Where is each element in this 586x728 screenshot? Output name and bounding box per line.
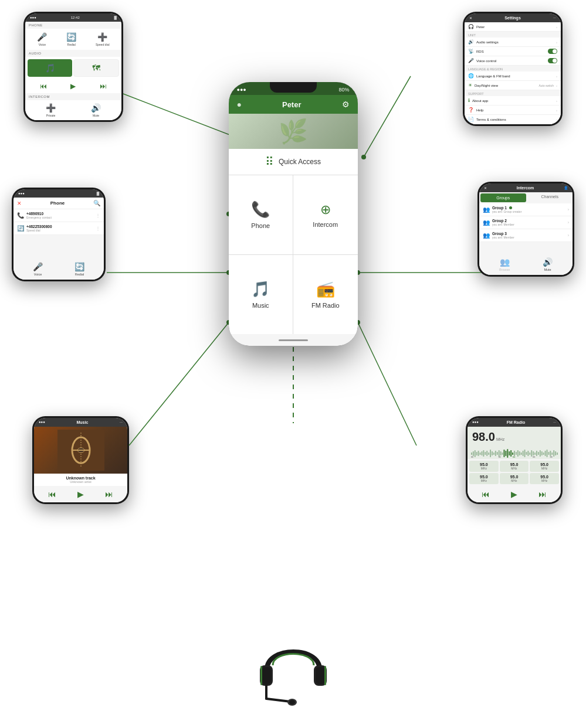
music-tile[interactable]: 🎵 Music [229,255,293,334]
preset-6[interactable]: 95.0 MHz [530,473,559,484]
settings-user-row[interactable]: 🎧 Peter › [465,22,561,32]
svg-line-1 [364,76,411,157]
fm-radio-icon: 📻 [316,280,335,298]
main-menu-grid: ⠿ Quick Access 📞 Phone ⊕ Intercom 🎵 Musi… [229,149,358,334]
preset-3[interactable]: 95.0 MHz [530,461,559,472]
ml-voice-btn[interactable]: 🎤 Voice [33,262,43,276]
tl-mute[interactable]: 🔊 Mute [91,103,101,117]
audio-icon: 🔊 [468,39,474,45]
fm-radio-label: FM Radio [311,302,340,309]
mute-label: Mute [93,114,99,117]
contact-number-1: +4690910 [26,212,93,216]
settings-voice[interactable]: 🎤 Voice control [465,56,561,66]
quick-access-tile[interactable]: ⠿ Quick Access [229,149,358,175]
group-icon-3: 👥 [483,232,490,239]
rds-toggle[interactable] [548,49,557,54]
daynight-icon: ☀ [468,83,472,88]
contact-row-2[interactable]: 🔄 +46225300800 Speed dial ⋮ [13,222,104,235]
bl-next-btn[interactable]: ⏭ [105,489,113,499]
intercom-tile[interactable]: ⊕ Intercom [293,175,358,254]
prev-icon[interactable]: ⏮ [40,82,47,90]
fm-radio-tile[interactable]: 📻 FM Radio [293,255,358,334]
bl-prev-btn[interactable]: ⏮ [48,489,56,499]
svg-line-5 [358,322,416,445]
tl-nav-active[interactable]: 🗺 [73,59,119,77]
tl-speed-dial[interactable]: ➕ Speed dial [96,32,110,46]
mr-mute-btn[interactable]: 🔊 Mute [543,257,553,271]
svg-rect-30 [492,451,493,455]
preset-1[interactable]: 95.0 MHz [469,461,499,472]
contact-menu-2[interactable]: ⋮ [96,226,100,231]
settings-gear-icon[interactable]: ⚙ [342,100,350,109]
group-role-1: you are: Group creator [492,210,565,213]
speed-dial-icon: ➕ [97,32,107,42]
svg-text:80: 80 [471,455,473,458]
group-role-3: you are: Member [492,236,565,239]
settings-language[interactable]: 🌐 Language & FM band › [465,72,561,81]
bl-play-btn[interactable]: ▶ [77,489,84,499]
svg-line-81 [266,699,290,702]
voice-icon: 🎤 [37,32,47,42]
svg-rect-68 [557,453,558,455]
svg-rect-51 [527,451,529,456]
svg-rect-78 [260,666,262,685]
about-chevron: › [556,99,557,103]
tl-time: 12:42 [71,16,80,19]
music-note-icon: 🎵 [45,63,55,73]
contact-menu-1[interactable]: ⋮ [96,213,100,218]
nav-icon: 🗺 [92,63,100,73]
voice-label: Voice [39,43,46,46]
settings-rds[interactable]: 📡 RDS [465,47,561,56]
preset-5[interactable]: 95.0 MHz [500,473,529,484]
ml-search-btn[interactable]: 🔍 [93,200,100,206]
tl-phone-section: Phone [25,22,121,29]
tab-channels[interactable]: Channels [527,192,573,203]
ml-redial-btn[interactable]: 🔄 Redial [74,262,84,276]
next-icon[interactable]: ⏭ [100,82,107,90]
tl-audio-section: Audio [25,50,121,57]
group-row-2[interactable]: 👥 Group 2 you are: Member › [479,216,573,229]
tl-private[interactable]: ➕ Private [46,103,56,117]
settings-daynight[interactable]: ☀ Day/Night view Auto switch › [465,81,561,90]
music-icon: 🎵 [251,280,270,298]
br-next-btn[interactable]: ⏭ [538,489,547,499]
group-row-3[interactable]: 👥 Group 3 you are: Member › [479,229,573,242]
svg-rect-59 [541,451,543,455]
br-play-btn[interactable]: ▶ [511,489,517,499]
tl-music-active[interactable]: 🎵 [28,59,72,77]
header-username: Peter [282,100,302,109]
tab-groups[interactable]: Groups [480,193,526,202]
svg-rect-36 [502,453,503,455]
settings-help[interactable]: ❓ Help › [465,106,561,115]
track-artist: Unknown artist [36,480,125,484]
voice-toggle[interactable] [548,58,557,63]
group-row-1[interactable]: 👥 Group 1 you are: Group creator › [479,203,573,216]
svg-rect-27 [486,451,487,456]
preset-4[interactable]: 95.0 MHz [469,473,499,484]
settings-audio[interactable]: 🔊 Audio settings › [465,38,561,47]
redial-footer-label: Redial [75,273,84,276]
track-title: Unknown track [36,476,125,480]
tl-intercom-section: Intercom [25,93,121,100]
settings-list: 🎧 Peter › UNIT 🔊 Audio settings › 📡 RDS … [465,22,561,124]
phone-tile[interactable]: 📞 Phone [229,175,293,254]
tl-voice[interactable]: 🎤 Voice [37,32,47,46]
svg-rect-22 [478,451,479,456]
terms-chevron: › [556,118,557,121]
svg-rect-61 [545,451,546,456]
mr-browse-btn[interactable]: 👥 Browse [499,257,510,271]
ml-close-btn[interactable]: ✕ [17,200,22,206]
tl-redial[interactable]: 🔄 Redial [66,32,76,46]
phone-tr: ✕ Settings ··· 🎧 Peter › UNIT 🔊 Audio se… [463,12,563,126]
svg-rect-40 [509,451,510,455]
play-icon[interactable]: ▶ [70,82,76,90]
preset-2[interactable]: 95.0 MHz [500,461,529,472]
settings-about[interactable]: ℹ About app › [465,96,561,106]
private-icon: ➕ [46,103,56,113]
contact-row-1[interactable]: 📞 +4690910 Emergency contact ⋮ [13,209,104,222]
br-prev-btn[interactable]: ⏮ [482,489,490,499]
svg-rect-63 [548,452,549,455]
phone-tl: ●●● 12:42 ▓ Phone 🎤 Voice 🔄 Redial ➕ Spe… [23,12,123,122]
svg-point-11 [361,155,366,159]
settings-terms[interactable]: 📄 Terms & conditions › [465,115,561,124]
